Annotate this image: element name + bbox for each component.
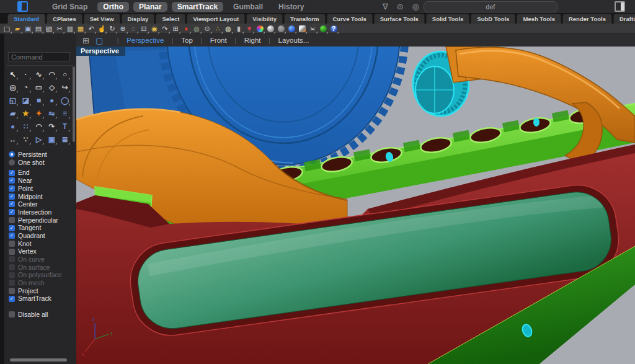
selection-filter-icon[interactable]: ⊙ [397, 2, 404, 11]
osnap-end[interactable]: ✓End [9, 169, 76, 177]
left-panel-toggle-icon[interactable] [17, 1, 28, 12]
checkbox-end[interactable]: ✓ [9, 170, 15, 176]
palette-scrollbar[interactable] [73, 66, 75, 142]
tab-select[interactable]: Select [156, 14, 185, 24]
zoom-window-icon[interactable]: ⊡ [139, 24, 149, 33]
spotlight-icon[interactable] [297, 24, 307, 33]
checkbox-vertex[interactable] [9, 249, 15, 255]
save-icon[interactable]: ▣ [23, 24, 33, 33]
box-icon[interactable]: ■ [32, 94, 45, 107]
torus-icon[interactable]: ◯ [58, 94, 71, 107]
tab-curve-tools[interactable]: Curve Tools [327, 14, 373, 24]
zoom-dynamic-icon[interactable]: ◌ [128, 24, 138, 33]
tab-visibility[interactable]: Visibility [246, 14, 283, 24]
osnap-mode-persistent[interactable]: Persistent [9, 151, 76, 159]
dimension-icon[interactable]: ≍ [308, 24, 318, 33]
zoom-in-icon[interactable]: ⊕ [118, 24, 128, 33]
checkbox-near[interactable]: ✓ [9, 177, 15, 184]
tab-transform[interactable]: Transform [284, 14, 325, 24]
viewport-label[interactable]: Perspective [76, 47, 125, 56]
undo-icon[interactable]: ↶ [86, 24, 96, 33]
plane-icon[interactable]: ▰ [6, 107, 19, 120]
tab-render-tools[interactable]: Render Tools [562, 14, 612, 24]
osnap-knot[interactable]: Knot [9, 240, 76, 248]
boolean-icon[interactable]: ● [6, 120, 19, 133]
search-input[interactable] [424, 1, 557, 12]
osnap-quadrant[interactable]: ✓Quadrant [9, 232, 76, 240]
checkbox-point[interactable]: ✓ [9, 185, 15, 192]
cplane-icon[interactable]: ⊙ [202, 24, 212, 33]
distort-icon[interactable]: ≡ [58, 107, 71, 120]
toggle-history[interactable]: History [273, 2, 309, 12]
record-history-icon[interactable]: ◎ [412, 2, 419, 11]
bend-icon[interactable]: ⇋ [45, 107, 58, 120]
polygon-icon[interactable]: ◇ [45, 81, 58, 94]
rendered-view-icon[interactable] [286, 24, 296, 33]
fillet-icon[interactable]: ◠ [32, 120, 45, 133]
osnap-perpendicular[interactable]: Perpendicular [9, 216, 76, 224]
checkbox-knot[interactable] [9, 241, 15, 247]
view-tab-front[interactable]: Front [210, 37, 227, 44]
earth-anchor-icon[interactable] [318, 24, 328, 33]
osnap-near[interactable]: ✓Near [9, 177, 76, 185]
cut-icon[interactable]: ✂ [55, 24, 64, 33]
point-cloud-icon[interactable]: ∷ [19, 120, 32, 133]
move-icon[interactable]: ↔ [6, 133, 19, 146]
color-wheel-icon[interactable] [255, 24, 265, 33]
osnap-point[interactable]: ✓Point [9, 185, 76, 193]
checkbox-tangent[interactable]: ✓ [9, 225, 15, 231]
text-icon[interactable]: T [58, 120, 71, 133]
pan-icon[interactable]: ☝ [97, 24, 107, 33]
grid-layout-icon[interactable]: ⊞ [82, 37, 89, 45]
lock-icon[interactable]: ▮ [234, 24, 244, 33]
checkbox-midpoint[interactable]: ✓ [9, 193, 15, 200]
checkbox-perpendicular[interactable] [9, 217, 15, 223]
checkbox-project[interactable] [9, 288, 15, 294]
osnap-mode-one-shot[interactable]: One shot [9, 159, 76, 167]
toggle-planar[interactable]: Planar [133, 2, 167, 12]
ellipse-icon[interactable]: ◎ [6, 81, 19, 94]
tab-mesh-tools[interactable]: Mesh Tools [517, 14, 561, 24]
tab-set-view[interactable]: Set View [84, 14, 120, 24]
new-file-icon[interactable]: ▢ [2, 24, 12, 33]
osnap-center[interactable]: ✓Center [9, 200, 76, 208]
explode-icon[interactable]: ✦ [32, 107, 45, 120]
checkbox-intersection[interactable]: ✓ [9, 209, 15, 215]
toggle-ortho[interactable]: Ortho [97, 2, 129, 12]
surface-icon[interactable]: ◱ [6, 94, 19, 107]
select-cursor-icon[interactable]: ↖ [6, 68, 19, 81]
view-tab-right[interactable]: Right [244, 37, 261, 44]
help-icon[interactable]: ? [329, 24, 339, 33]
render-icon[interactable]: ● [181, 24, 191, 33]
toggle-gumball[interactable]: Gumball [228, 2, 269, 12]
flip-icon[interactable]: ▷ [32, 133, 45, 146]
osnap-intersection[interactable]: ✓Intersection [9, 208, 76, 216]
tab-surface-tools[interactable]: Surface Tools [374, 14, 425, 24]
circle-icon[interactable]: ○ [58, 68, 71, 81]
copy-icon[interactable]: ▥ [65, 24, 75, 33]
view-tab-perspective[interactable]: Perspective [127, 37, 164, 44]
tab-drafting[interactable]: Drafting [613, 14, 635, 24]
tab-solid-tools[interactable]: Solid Tools [426, 14, 470, 24]
point-icon[interactable]: · [19, 68, 32, 81]
rotate-view-icon[interactable]: ↻ [107, 24, 117, 33]
freeform-curve-icon[interactable]: ↪ [58, 81, 71, 94]
curved-surface-icon[interactable]: ◪ [19, 94, 32, 107]
toggle-grid-snap[interactable]: Grid Snap [47, 2, 93, 12]
render-preview-icon[interactable]: ◍ [192, 24, 202, 33]
checkbox-disable-all[interactable] [9, 311, 15, 317]
layer-state-icon[interactable]: ▼ [244, 24, 254, 33]
view-tab-top[interactable]: Top [181, 37, 193, 44]
viewport-canvas[interactable]: x y z [76, 47, 635, 364]
checkbox-center[interactable]: ✓ [9, 201, 15, 207]
right-panel-toggle-icon[interactable] [615, 1, 625, 12]
curve-icon[interactable]: ∿ [32, 68, 45, 81]
single-view-icon[interactable]: ▢ [95, 37, 103, 45]
tab-standard[interactable]: Standard [7, 14, 45, 24]
viewport[interactable]: Perspective [76, 47, 635, 364]
osnap-vertex[interactable]: Vertex [9, 247, 76, 255]
toggle-smarttrack[interactable]: SmartTrack [172, 2, 223, 12]
viewport-layout-icon[interactable]: ⊞ [171, 24, 180, 33]
radio-one-shot[interactable] [9, 159, 15, 166]
solid-edit-icon[interactable]: ▣ [45, 133, 58, 146]
